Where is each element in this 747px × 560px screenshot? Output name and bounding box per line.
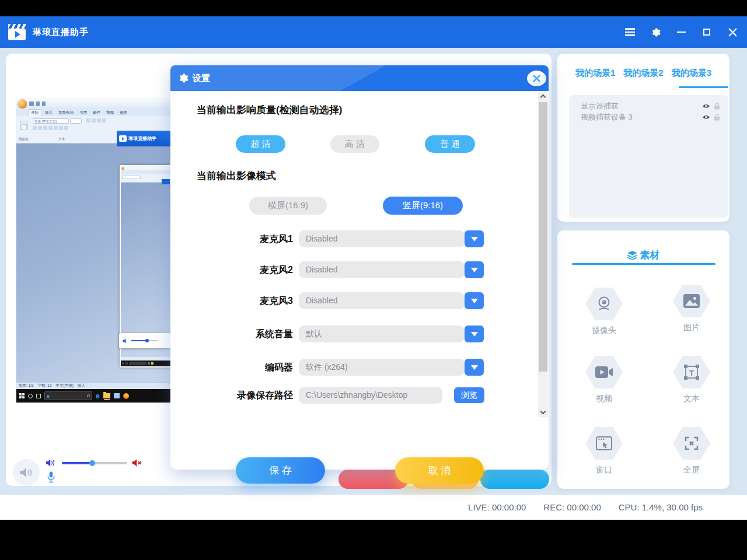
chevron-down-icon: [471, 237, 478, 242]
mic2-dropdown-button[interactable]: [465, 261, 484, 278]
speaker-icon: [123, 338, 128, 344]
lock-icon[interactable]: [714, 103, 720, 110]
minimize-button[interactable]: [676, 27, 686, 37]
image-icon: [683, 293, 700, 309]
task-view-icon: [36, 394, 41, 398]
live-time: LIVE: 00:00:00: [468, 502, 526, 512]
app-title: 琳琅直播助手: [33, 27, 89, 38]
browse-button[interactable]: 浏览: [454, 387, 484, 403]
record-path-input[interactable]: C:\Users\zhnangby\Desktop: [299, 387, 442, 404]
quality-option-ultra[interactable]: 超 清: [236, 135, 285, 153]
hidden-action-button-blue[interactable]: [480, 470, 549, 489]
tab-scene-3[interactable]: 我的场景3: [672, 68, 711, 79]
material-text-button[interactable]: T 文本: [671, 356, 712, 404]
cancel-button[interactable]: 取 消: [395, 457, 484, 484]
speaker-icon: [19, 467, 33, 478]
visibility-eye-icon[interactable]: [702, 103, 710, 109]
nested-app-titlebar: 琳琅直播助手: [117, 131, 172, 146]
material-video-button[interactable]: 视频: [584, 356, 624, 404]
webcam-icon: [595, 295, 613, 313]
system-volume-dropdown-button[interactable]: [465, 326, 484, 342]
tab-scene-1[interactable]: 我的场景1: [575, 68, 615, 79]
text-icon: T: [683, 364, 700, 380]
field-row-mic2: 麦克风2 Disabled: [197, 261, 522, 278]
mute-speaker-icon[interactable]: [132, 459, 142, 470]
encoder-select[interactable]: 软件 (x264): [299, 359, 465, 376]
microphone-icon[interactable]: [47, 471, 55, 485]
app-logo-icon: [8, 24, 27, 40]
mic2-select[interactable]: Disabled: [299, 261, 465, 278]
quality-option-high[interactable]: 高 清: [330, 135, 379, 153]
scene-source-list: 显示器捕获 视频捕获设备 3: [569, 95, 728, 218]
layers-icon: [627, 251, 637, 260]
save-button[interactable]: 保 存: [236, 457, 325, 484]
menu-icon[interactable]: [624, 27, 635, 37]
titlebar: 琳琅直播助手: [0, 16, 747, 48]
scroll-up-arrow[interactable]: [540, 94, 546, 100]
material-camera-button[interactable]: 摄像头: [584, 288, 624, 336]
settings-gear-icon[interactable]: [650, 27, 661, 37]
cpu-fps: CPU: 1.4%, 30.00 fps: [619, 502, 703, 512]
field-row-encoder: 编码器 软件 (x264): [197, 359, 522, 376]
material-fullscreen-button[interactable]: 全屏: [671, 427, 712, 475]
settings-dialog: 设置 当前输出影响质量(检测自动选择) 超 清 高 清 普 通 当前输出影像模式…: [170, 65, 549, 470]
chevron-down-icon: [471, 299, 478, 303]
explorer-icon: [103, 393, 110, 398]
volume-slider-fill: [62, 462, 90, 464]
volume-slider[interactable]: [62, 462, 127, 464]
source-row-video-capture[interactable]: 视频捕获设备 3: [569, 111, 728, 123]
scrollbar-thumb[interactable]: [539, 102, 547, 372]
materials-underline: [572, 263, 715, 265]
system-volume-select[interactable]: 默认: [299, 326, 465, 342]
edge-icon: e: [96, 393, 100, 400]
scroll-down-arrow[interactable]: [540, 409, 546, 415]
visibility-eye-icon[interactable]: [702, 114, 710, 120]
mic3-select[interactable]: Disabled: [299, 292, 465, 309]
settings-dialog-body: 当前输出影响质量(检测自动选择) 超 清 高 清 普 通 当前输出影像模式 横屏…: [170, 91, 549, 470]
mic1-select[interactable]: Disabled: [299, 230, 465, 247]
source-row-display-capture[interactable]: 显示器捕获: [569, 100, 728, 111]
master-speaker-button[interactable]: [13, 459, 40, 486]
active-tab-underline: [679, 86, 728, 88]
mic1-dropdown-button[interactable]: [465, 230, 484, 247]
word-status-bar: 页面: 1/2 字数: 10 中文(中国) 插入: [16, 382, 172, 389]
tab-scene-2[interactable]: 我的场景2: [623, 68, 663, 79]
material-image-button[interactable]: 图片: [671, 285, 712, 333]
close-icon: [533, 75, 540, 82]
window-capture-icon: [596, 436, 612, 450]
maximize-button[interactable]: [701, 27, 712, 37]
material-window-button[interactable]: 窗口: [584, 427, 624, 475]
output-speaker-icon[interactable]: [46, 459, 56, 470]
close-dialog-button[interactable]: [527, 71, 546, 86]
quality-option-normal[interactable]: 普 通: [425, 135, 475, 153]
office-orb-icon: [18, 100, 27, 108]
status-bar: LIVE: 00:00:00 REC: 00:00:00 CPU: 1.4%, …: [0, 495, 747, 520]
start-button-icon: [19, 393, 25, 398]
mode-option-landscape[interactable]: 横屏(16:9): [249, 197, 327, 215]
settings-dialog-title: 设置: [193, 65, 210, 91]
field-row-record-path: 录像保存路径 C:\Users\zhnangby\Desktop 浏览: [197, 387, 522, 404]
encoder-dropdown-button[interactable]: [465, 359, 484, 376]
scenes-panel: 我的场景1 我的场景2 我的场景3 显示器捕获 视频捕获设备 3: [557, 54, 729, 222]
materials-panel: 素材 摄像头 图片: [557, 230, 729, 489]
mic3-dropdown-button[interactable]: [465, 292, 484, 309]
materials-title: 素材: [640, 249, 660, 262]
chevron-down-icon: [471, 365, 478, 370]
taskbar-search-box: e: [44, 391, 92, 400]
volume-slider-thumb[interactable]: [89, 460, 95, 466]
dialog-scrollbar[interactable]: [538, 92, 548, 417]
video-camera-icon: [595, 366, 613, 379]
close-window-button[interactable]: [727, 27, 738, 37]
mode-option-portrait[interactable]: 竖屏(9:16): [383, 197, 463, 215]
app-logo-icon: [119, 135, 127, 142]
field-row-mic3: 麦克风3 Disabled: [197, 292, 522, 309]
field-row-system-volume: 系统音量 默认: [197, 326, 522, 342]
quality-heading: 当前输出影响质量(检测自动选择): [197, 103, 342, 117]
chevron-down-icon: [471, 332, 478, 337]
cortana-icon: [28, 394, 33, 398]
fullscreen-icon: [683, 435, 700, 452]
word-quick-access-bar: [16, 99, 172, 108]
chevron-down-icon: [471, 268, 478, 272]
word-ribbon-tabs: 开始 插入 页面布局 引用 邮件 审阅 视图: [16, 108, 172, 116]
lock-icon[interactable]: [714, 114, 720, 121]
